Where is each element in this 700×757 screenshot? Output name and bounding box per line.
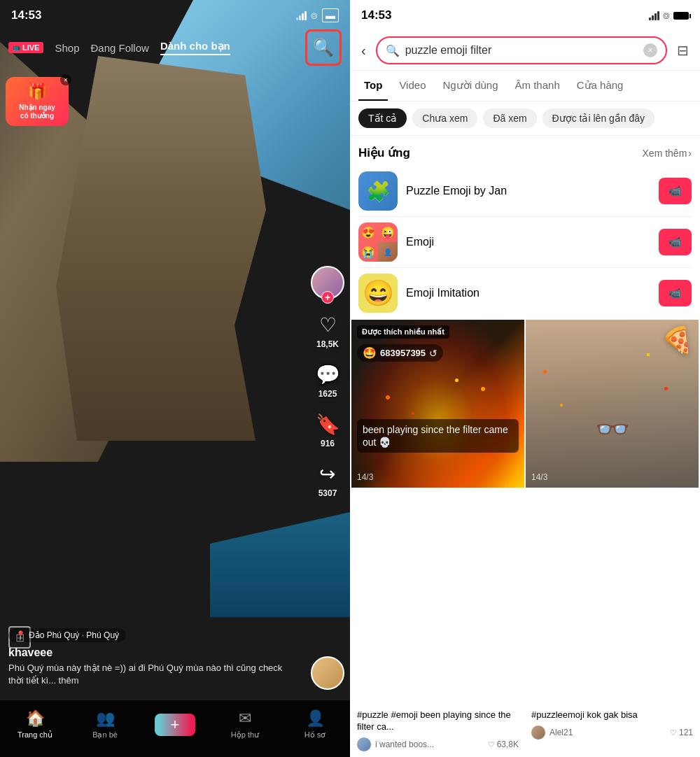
- effect-item-emoji: 😍 😜 😭 👤 Emoji 📹: [350, 217, 700, 267]
- video-meta-2: #puzzleemoji kok gak bisa Alel21 ♡ 121: [526, 704, 699, 757]
- like-count-1: ♡ 63,8K: [488, 740, 519, 749]
- filter-chips: Tất cả Chưa xem Đã xem Được tải lên gần …: [350, 101, 700, 136]
- right-wifi-icon: ⌾: [663, 9, 670, 22]
- tab-shop[interactable]: Cửa hàng: [571, 71, 629, 101]
- author-avatar-1: [357, 737, 371, 751]
- video-thumb-2[interactable]: 👓 🍕 14/3: [526, 320, 699, 488]
- nav-tab-add[interactable]: +: [140, 714, 210, 736]
- nav-tab-profile-label: Hồ sơ: [304, 730, 326, 740]
- video-camera-icon-2: 📹: [668, 236, 682, 248]
- confetti2: [647, 353, 650, 356]
- right-battery: [673, 12, 689, 20]
- author-row-2: Alel21 ♡ 121: [531, 726, 693, 740]
- ocean-bg: [210, 512, 350, 617]
- home-icon: 🏠: [26, 709, 45, 728]
- search-button[interactable]: 🔍: [305, 29, 342, 66]
- video-camera-icon: 📹: [668, 185, 682, 197]
- video-overlay-text: been playing since the filter came out 💀: [357, 419, 519, 453]
- view-counter: 🤩 683957395 ↺: [357, 344, 443, 362]
- video-meta-1: #puzzle #emoji been playing since the fi…: [351, 704, 524, 757]
- promo-close-button[interactable]: ×: [60, 74, 71, 85]
- effect-item-imitation: 😄 Emoji Imitation 📹: [350, 268, 700, 318]
- video-date-1: 14/3: [357, 472, 373, 482]
- most-liked-badge: Được thích nhiều nhất: [357, 325, 449, 339]
- battery-icon: ▬: [322, 8, 339, 22]
- clear-search-button[interactable]: ×: [643, 43, 657, 57]
- filter-button[interactable]: ⊟: [674, 39, 692, 62]
- counter-emoji: 🤩: [363, 346, 377, 360]
- like-count-2: ♡ 121: [670, 728, 693, 737]
- try-effect-puzzle-button[interactable]: 📹: [659, 178, 692, 204]
- location-tag[interactable]: 📍 Đảo Phú Quý · Phú Quý: [8, 628, 126, 642]
- friends-icon: 👥: [96, 709, 115, 728]
- confetti2: [664, 387, 668, 390]
- creator-username[interactable]: khaveee: [8, 646, 293, 659]
- back-button[interactable]: ‹: [358, 40, 369, 62]
- nav-shop[interactable]: Shop: [55, 42, 79, 54]
- nav-for-you[interactable]: Dành cho bạn: [160, 40, 230, 55]
- promo-banner[interactable]: × 🎁 Nhận ngaycó thưởng: [6, 77, 69, 126]
- video-info: 📍 Đảo Phú Quý · Phú Quý khaveee Phú Quý …: [0, 628, 301, 687]
- try-effect-imitation-button[interactable]: 📹: [659, 280, 692, 306]
- left-nav: 📺 LIVE Shop Đang Follow Dành cho bạn 🔍: [0, 31, 350, 64]
- nav-following[interactable]: Đang Follow: [91, 42, 149, 54]
- share-icon: ↪: [319, 462, 335, 486]
- bottom-avatar[interactable]: [311, 656, 344, 690]
- video-actions: + ♡ 18,5K 💬 1625 🔖 916 ↪ 5307: [311, 266, 344, 498]
- left-status-bar: 14:53 ⌾ ▬: [0, 0, 350, 31]
- right-status-bar: 14:53 ⌾: [350, 0, 700, 31]
- counter-number: 683957395: [380, 348, 426, 358]
- comment-icon: 💬: [316, 363, 340, 386]
- nav-tab-friends-label: Bạn bè: [92, 730, 118, 740]
- nav-tab-inbox-label: Hộp thư: [231, 730, 259, 740]
- nav-tab-home[interactable]: 🏠 Trang chủ: [0, 709, 70, 740]
- effect-name-emoji: Emoji: [406, 236, 650, 248]
- tab-sound[interactable]: Âm thanh: [510, 71, 566, 101]
- effect-icon-emoji: 😍 😜 😭 👤: [358, 222, 398, 262]
- right-status-icons: ⌾: [649, 9, 689, 22]
- video-description: Phú Quý mùa này thật nè =)) ai đi Phú Qu…: [8, 662, 293, 687]
- search-box-icon: 🔍: [386, 44, 400, 57]
- creator-avatar[interactable]: +: [311, 266, 344, 299]
- refresh-icon: ↺: [429, 348, 438, 359]
- signal-icon: [296, 11, 307, 20]
- chip-unseen[interactable]: Chưa xem: [412, 108, 477, 128]
- like-action[interactable]: ♡ 18,5K: [316, 313, 339, 349]
- tab-top[interactable]: Top: [358, 71, 388, 101]
- live-badge[interactable]: 📺 LIVE: [8, 42, 43, 53]
- tab-users[interactable]: Người dùng: [437, 71, 503, 101]
- cliff-center: [56, 56, 266, 441]
- follow-button[interactable]: +: [321, 291, 334, 304]
- video-date-2: 14/3: [531, 472, 547, 482]
- face-emoji: 👓: [595, 413, 630, 446]
- share-count: 5307: [318, 488, 337, 498]
- video-camera-icon-3: 📹: [668, 287, 682, 299]
- promo-text: Nhận ngaycó thưởng: [11, 104, 63, 120]
- nav-tab-friends[interactable]: 👥 Bạn bè: [70, 709, 140, 740]
- bottom-nav: 🏠 Trang chủ 👥 Bạn bè + ✉ Hộp thư 👤 Hồ sơ: [0, 700, 350, 757]
- chip-seen[interactable]: Đã xem: [483, 108, 536, 128]
- chip-recent[interactable]: Được tải lên gần đây: [542, 108, 655, 128]
- bookmark-action[interactable]: 🔖 916: [316, 413, 340, 448]
- try-effect-emoji-button[interactable]: 📹: [659, 229, 692, 255]
- comment-action[interactable]: 💬 1625: [316, 363, 340, 399]
- effect-icon-imitation: 😄: [358, 274, 398, 313]
- chip-all[interactable]: Tất cả: [358, 108, 407, 128]
- right-time: 14:53: [361, 8, 391, 22]
- nav-tab-profile[interactable]: 👤 Hồ sơ: [280, 709, 350, 740]
- video-grid: Được thích nhiều nhất 🤩 683957395 ↺ been…: [350, 318, 700, 704]
- nav-tab-inbox[interactable]: ✉ Hộp thư: [210, 709, 280, 740]
- add-video-button[interactable]: +: [159, 714, 191, 736]
- location-pin-icon: 📍: [15, 630, 26, 640]
- nav-tab-home-label: Trang chủ: [18, 730, 52, 740]
- search-tabs: Top Video Người dùng Âm thanh Cửa hàng: [350, 71, 700, 101]
- tab-video[interactable]: Video: [393, 71, 431, 101]
- right-signal-icon: [649, 11, 659, 20]
- search-input[interactable]: puzzle emoji filter: [405, 44, 638, 57]
- search-box[interactable]: 🔍 puzzle emoji filter ×: [376, 36, 667, 64]
- author-row-1: i wanted boos... ♡ 63,8K: [357, 737, 519, 751]
- video-thumb-1[interactable]: Được thích nhiều nhất 🤩 683957395 ↺ been…: [351, 320, 524, 488]
- share-action[interactable]: ↪ 5307: [318, 462, 337, 498]
- see-more-button[interactable]: Xem thêm ›: [643, 148, 692, 159]
- comment-count: 1625: [318, 389, 337, 399]
